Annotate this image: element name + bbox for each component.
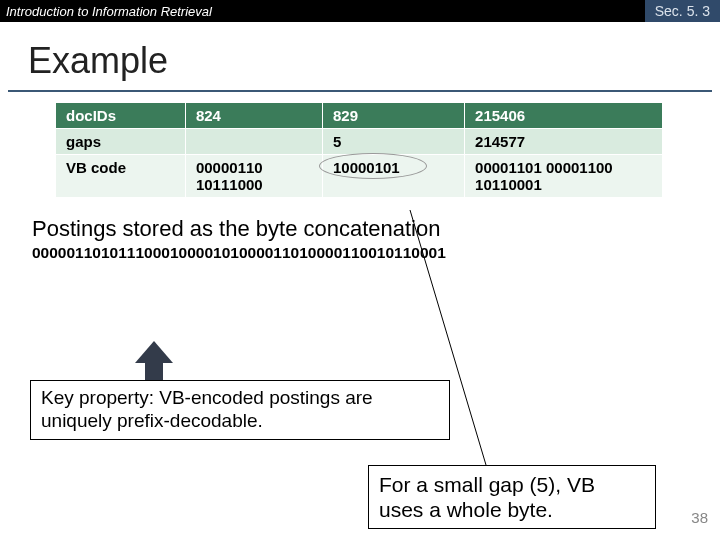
gap-5: 5 <box>322 129 464 155</box>
gaps-row: gaps 5 214577 <box>56 129 663 155</box>
section-ref: Sec. 5. 3 <box>645 0 720 22</box>
slide: Introduction to Information Retrieval Se… <box>0 0 720 540</box>
vbcode-5-cell: 10000101 <box>322 155 464 198</box>
title-rule <box>8 90 712 92</box>
docid-829: 829 <box>322 103 464 129</box>
docid-824: 824 <box>185 103 322 129</box>
docids-label: docIDs <box>56 103 186 129</box>
key-property-box: Key property: VB-encoded postings are un… <box>30 380 450 440</box>
gaps-label: gaps <box>56 129 186 155</box>
page-number: 38 <box>691 509 708 526</box>
book-title: Introduction to Information Retrieval <box>0 4 645 19</box>
small-gap-box: For a small gap (5), VB uses a whole byt… <box>368 465 656 529</box>
vbcode-214577: 00001101 00001100 10110001 <box>465 155 663 198</box>
gap-214577: 214577 <box>465 129 663 155</box>
arrow-up-icon <box>135 341 173 381</box>
byte-concatenation: 0000011010111000100001010000110100001100… <box>32 244 720 262</box>
circle-annotation-icon <box>319 153 427 179</box>
gap-empty <box>185 129 322 155</box>
vbcode-824: 00000110 10111000 <box>185 155 322 198</box>
concat-sentence: Postings stored as the byte concatenatio… <box>32 216 720 242</box>
topbar: Introduction to Information Retrieval Se… <box>0 0 720 22</box>
docid-215406: 215406 <box>465 103 663 129</box>
docids-row: docIDs 824 829 215406 <box>56 103 663 129</box>
vbcode-row: VB code 00000110 10111000 10000101 00001… <box>56 155 663 198</box>
example-table: docIDs 824 829 215406 gaps 5 214577 VB c… <box>55 102 663 198</box>
vbcode-label: VB code <box>56 155 186 198</box>
slide-title: Example <box>0 22 720 90</box>
